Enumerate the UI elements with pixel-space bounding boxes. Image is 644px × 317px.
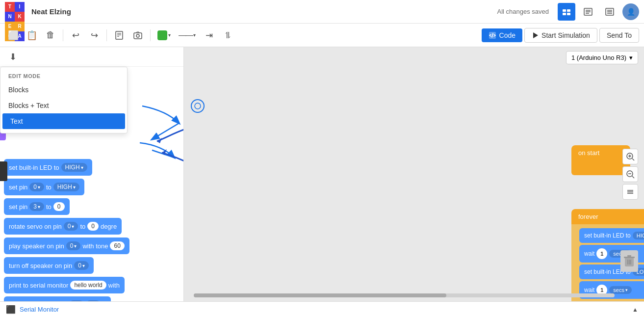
print-serial-block[interactable]: print to serial monitor hello world with	[4, 277, 125, 293]
cv-set-led-high[interactable]: set built-in LED to HIGH ▾	[579, 228, 644, 243]
download-button[interactable]: ⬇	[5, 49, 21, 65]
logo-i: I	[15, 2, 25, 12]
block-to: to	[46, 203, 52, 211]
serial-monitor-label: Serial Monitor	[20, 306, 59, 313]
redo-btn[interactable]: ↪	[86, 27, 103, 44]
pin0-pill[interactable]: 0 ▾	[29, 183, 44, 191]
edit-mode-blocks[interactable]: Blocks	[0, 82, 127, 98]
zoom-out-btn[interactable]	[622, 166, 638, 182]
undo-btn[interactable]: ↩	[67, 27, 84, 44]
svg-rect-12	[116, 31, 123, 39]
set-pin-3-block[interactable]: set pin 3 ▾ to 0	[4, 198, 70, 215]
copy-btn[interactable]: ⬜	[5, 27, 22, 44]
tone-val[interactable]: 60	[110, 241, 124, 250]
target-circle	[191, 99, 205, 113]
rgb-pin1[interactable]: 3 ▾	[69, 300, 84, 301]
block-text: play speaker on pin	[9, 242, 64, 250]
line-style-btn[interactable]: —— ▾	[176, 29, 199, 42]
cv-secs-pill-2[interactable]: secs ▾	[609, 286, 632, 294]
cv-wait-num-1[interactable]: 1	[596, 248, 607, 259]
svg-rect-0	[563, 9, 566, 12]
serial-val[interactable]: hello world	[70, 281, 106, 290]
svg-rect-1	[563, 13, 566, 15]
schematic-icon	[583, 7, 593, 17]
topbar: T I N K E R C A Neat Elzing All changes …	[0, 0, 644, 24]
fit-btn[interactable]	[622, 184, 638, 200]
line-chevron: ▾	[193, 32, 196, 38]
paste-btn[interactable]: 📋	[24, 27, 40, 44]
delete-btn[interactable]: 🗑	[42, 27, 59, 44]
rgb-pin2[interactable]: 6 ▾	[86, 300, 101, 301]
svg-point-17	[136, 34, 139, 37]
separator-1	[63, 29, 63, 41]
forever-header: forever	[571, 209, 644, 224]
zoom-in-btn[interactable]	[622, 149, 638, 164]
block-text: rotate servo on pin	[9, 223, 62, 230]
edit-mode-label: EDIT MODE	[0, 71, 127, 82]
logo-k: K	[15, 12, 25, 22]
bottom-bar[interactable]: ⬛ Serial Monitor ▲	[0, 301, 644, 317]
circle-icon	[194, 102, 202, 110]
speaker-pin-pill[interactable]: 0 ▾	[66, 241, 81, 250]
separator-2	[106, 29, 107, 41]
trash-button[interactable]	[620, 250, 638, 272]
blocks-icon	[562, 7, 571, 17]
block-row: set pin 3 ▾ to 0	[4, 198, 180, 215]
blocks-view-btn[interactable]	[558, 3, 575, 21]
cv-high-pill[interactable]: HIGH ▾	[633, 232, 644, 239]
servo-pin-pill[interactable]: 0 ▾	[64, 222, 78, 231]
svg-marker-24	[162, 149, 167, 155]
high2-pill[interactable]: HIGH ▾	[53, 183, 79, 191]
canvas-scrollbar[interactable]	[194, 293, 615, 297]
set-pin-high-block[interactable]: set pin 0 ▾ to HIGH ▾	[4, 179, 84, 195]
device-selector[interactable]: 1 (Arduino Uno R3) ▾	[566, 51, 638, 64]
block-row: turn off speaker on pin 0 ▾	[4, 257, 180, 274]
on-start-group[interactable]: on start	[571, 145, 630, 175]
canvas-area[interactable]: 1 (Arduino Uno R3) ▾ on start forever se…	[184, 47, 644, 301]
edit-mode-blocks-text[interactable]: Blocks + Text	[0, 98, 127, 113]
play-speaker-block[interactable]: play speaker on pin 0 ▾ with tone 60	[4, 238, 129, 254]
color-chevron: ▾	[168, 32, 171, 38]
turn-off-speaker-block[interactable]: turn off speaker on pin 0 ▾	[4, 257, 94, 274]
component-icon	[0, 161, 7, 181]
logo-t: T	[5, 2, 15, 12]
rotate-servo-block[interactable]: rotate servo on pin 0 ▾ to 0 degre	[4, 218, 122, 235]
cv-text: set built-in LED to	[584, 232, 631, 239]
servo-val-pill[interactable]: 0	[87, 222, 99, 231]
flip-v-btn[interactable]: ⥮	[219, 27, 236, 44]
left-panel: ⬇ EDIT MODE Blocks Blocks + Text Text	[0, 47, 184, 301]
trash-icon	[624, 255, 635, 267]
block-text: print to serial monitor	[9, 282, 68, 289]
off-pin-pill[interactable]: 0 ▾	[74, 261, 89, 270]
edit-mode-dropdown: EDIT MODE Blocks Blocks + Text Text	[0, 67, 128, 133]
color-picker-btn[interactable]: ▾	[155, 28, 174, 42]
block-deg: degre	[101, 223, 117, 230]
separator-3	[150, 29, 151, 41]
save-status: All changes saved	[497, 8, 549, 15]
user-avatar[interactable]: 👤	[622, 3, 639, 20]
block-text: turn off speaker on pin	[9, 262, 72, 269]
svg-line-29	[632, 158, 634, 160]
code-button[interactable]: Code	[482, 28, 522, 42]
scrollbar-thumb[interactable]	[194, 293, 446, 297]
block-with: with	[108, 282, 120, 289]
val0-pill[interactable]: 0	[53, 202, 65, 211]
set-rgb-block[interactable]: set RGB LED in pins 3 ▾ 6 ▾ 5	[4, 296, 111, 301]
flip-h-btn[interactable]: ⇥	[201, 27, 217, 44]
cv-wait-text2: wait	[584, 287, 594, 293]
play-icon	[532, 32, 539, 39]
camera-btn[interactable]	[129, 27, 146, 44]
on-start-block[interactable]: on start	[571, 145, 630, 160]
schematic-view-btn[interactable]	[579, 3, 597, 21]
high-pill[interactable]: HIGH ▾	[61, 163, 87, 172]
send-to-button[interactable]: Send To	[599, 28, 639, 43]
fit-icon	[626, 187, 635, 196]
block-row: set built-in LED to HIGH ▾	[4, 159, 180, 176]
list-view-btn[interactable]	[601, 3, 618, 21]
set-led-high-block[interactable]: set built-in LED to HIGH ▾	[4, 159, 92, 176]
start-simulation-button[interactable]: Start Simulation	[524, 28, 597, 43]
notes-icon	[114, 30, 124, 40]
edit-mode-text[interactable]: Text	[2, 113, 125, 129]
pin3-pill[interactable]: 3 ▾	[29, 202, 44, 211]
notes-btn[interactable]	[111, 27, 128, 44]
